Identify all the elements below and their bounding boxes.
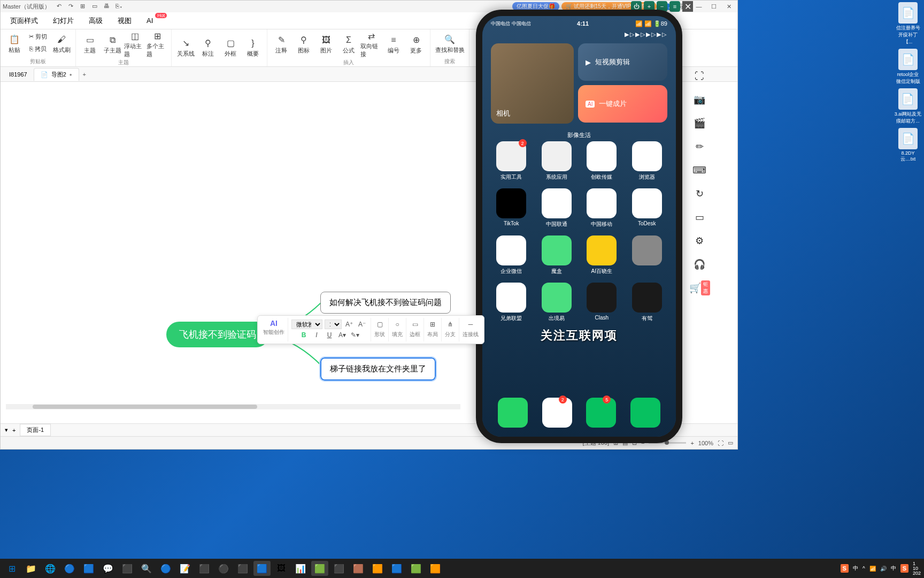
ft-border[interactable]: ▭边框 <box>406 318 424 341</box>
dock-phone-icon[interactable] <box>498 398 528 428</box>
tb-app4-icon[interactable]: 🔵 <box>157 561 174 576</box>
tray-wifi-icon[interactable]: 📶 <box>869 566 876 572</box>
tb-app16-icon[interactable]: 🟩 <box>407 561 425 576</box>
subtopic-button[interactable]: ⧉子主题 <box>102 31 123 58</box>
tb-app9-icon[interactable]: 🟦 <box>253 561 271 576</box>
phone-app-15[interactable]: 有驾 <box>627 283 668 322</box>
phone-app-14[interactable]: Clash <box>581 283 622 322</box>
maximize-icon[interactable]: ☐ <box>707 2 720 11</box>
copy-button[interactable]: ⎘拷贝 <box>26 43 50 55</box>
tab-2[interactable]: 📄 导图2 ● <box>34 68 79 81</box>
topic-button[interactable]: ▭主题 <box>79 31 101 58</box>
tb-app12-icon[interactable]: ⬛ <box>330 561 348 576</box>
paste-button[interactable]: 📋粘贴 <box>4 31 25 57</box>
ft-shape[interactable]: ▢形状 <box>371 318 389 341</box>
tb-app5-icon[interactable]: 📝 <box>176 561 194 576</box>
callout-button[interactable]: ⚲标注 <box>197 31 219 65</box>
phone-app-13[interactable]: 出境易 <box>536 283 578 322</box>
ime-indicator[interactable]: S <box>841 564 849 573</box>
tb-chrome-icon[interactable]: 🔵 <box>61 561 78 576</box>
ft-layout[interactable]: ⊞布局 <box>424 318 442 341</box>
start-button[interactable]: ⊞ <box>3 561 20 576</box>
headset-icon[interactable]: 🎧 <box>693 258 706 271</box>
phone-app-12[interactable]: 兄弟联盟 <box>491 283 532 322</box>
find-button[interactable]: 🔍查找和替换 <box>434 31 466 57</box>
phone-app-7[interactable]: ToDesk <box>627 188 668 228</box>
menu-slideshow[interactable]: 幻灯片 <box>45 13 81 28</box>
number-button[interactable]: ≡编号 <box>383 31 404 58</box>
undo-icon[interactable]: ↶ <box>57 3 64 10</box>
zoom-value[interactable]: 100% <box>698 440 713 446</box>
ft-fill[interactable]: ○填充 <box>389 318 406 341</box>
tb-app10-icon[interactable]: 🖼 <box>273 561 290 576</box>
phone-app-8[interactable]: 企业微信 <box>491 235 532 275</box>
highlight-button[interactable]: ✎▾ <box>350 330 360 340</box>
tray-up-icon[interactable]: ^ <box>863 566 865 572</box>
horizontal-scrollbar[interactable] <box>6 404 460 409</box>
open-icon[interactable]: ▭ <box>92 3 99 10</box>
video-edit-widget[interactable]: ▶短视频剪辑 <box>578 43 667 81</box>
camera-widget[interactable]: 相机 <box>491 43 574 124</box>
icon-button[interactable]: ⚲图标 <box>293 31 314 58</box>
add-tab-button[interactable]: + <box>79 71 90 78</box>
tb-app14-icon[interactable]: 🟧 <box>369 561 386 576</box>
phone-app-4[interactable]: TikTok <box>491 188 532 228</box>
decrease-font-icon[interactable]: A⁻ <box>357 319 367 330</box>
ime-lang[interactable]: 中 <box>853 565 858 572</box>
dock-wechat-icon[interactable]: 5 <box>586 398 616 428</box>
export-icon[interactable]: ⎘▾ <box>116 3 123 10</box>
tb-app13-icon[interactable]: 🟫 <box>350 561 367 576</box>
mindmap-center-node[interactable]: 飞机接不到验证码 <box>166 322 269 347</box>
menu-advanced[interactable]: 高级 <box>81 13 110 28</box>
phone-app-5[interactable]: 中国联通 <box>536 188 578 228</box>
font-color-button[interactable]: A▾ <box>337 330 348 340</box>
tray-volume-icon[interactable]: 🔊 <box>880 566 887 572</box>
relation-button[interactable]: ↘关系线 <box>175 31 196 65</box>
tb-app15-icon[interactable]: 🟦 <box>388 561 405 576</box>
save-icon[interactable]: ⊞ <box>80 3 88 10</box>
page-dropdown[interactable]: ▾ <box>5 427 8 434</box>
tray-lang-icon[interactable]: 中 <box>891 565 896 572</box>
tb-app6-icon[interactable]: ⬛ <box>196 561 213 576</box>
format-painter-button[interactable]: 🖌格式刷 <box>51 31 72 57</box>
expand-icon[interactable]: ⛶ <box>693 70 706 82</box>
screenshot-icon[interactable]: 📷 <box>693 93 706 106</box>
tb-app7-icon[interactable]: ⚫ <box>215 561 232 576</box>
phone-app-1[interactable]: 系统应用 <box>536 141 578 181</box>
cart-icon[interactable]: 🛒钜惠 <box>693 282 706 294</box>
phone-app-9[interactable]: 魔盒 <box>536 235 578 275</box>
phone-app-2[interactable]: 创欧传媒 <box>581 141 622 181</box>
print-icon[interactable]: 🖶 <box>104 3 111 10</box>
tb-mindmaster-icon[interactable]: 🟩 <box>311 561 328 576</box>
one-click-widget[interactable]: AI一键成片 <box>578 85 667 123</box>
tb-app2-icon[interactable]: ⬛ <box>119 561 136 576</box>
phone-app-10[interactable]: AI百晓生 <box>581 235 622 275</box>
record-icon[interactable]: 🎬 <box>693 117 706 130</box>
mindmap-node-2[interactable]: 梯子链接我放在文件夹里了 <box>320 358 436 381</box>
bilink-button[interactable]: ⇄双向链接 <box>360 31 382 58</box>
phone-close-icon[interactable]: ✕ <box>682 1 693 12</box>
zoom-in-button[interactable]: + <box>690 440 694 446</box>
bold-button[interactable]: B <box>298 330 309 340</box>
phone-menu-icon[interactable]: ≡ <box>669 1 680 12</box>
tb-edge-icon[interactable]: 🌐 <box>42 561 59 576</box>
more-button[interactable]: ⊕更多 <box>405 31 427 58</box>
menu-ai[interactable]: AI Hot <box>139 14 160 27</box>
select-icon[interactable]: ▭ <box>693 211 706 224</box>
redo-icon[interactable]: ↷ <box>68 3 76 10</box>
tb-app17-icon[interactable]: 🟧 <box>427 561 444 576</box>
image-button[interactable]: 🖼图片 <box>315 31 337 58</box>
tb-app8-icon[interactable]: ⬛ <box>234 561 251 576</box>
ime-indicator-2[interactable]: S <box>900 564 908 573</box>
font-size-select[interactable]: 14 <box>325 320 342 329</box>
close-icon[interactable]: ✕ <box>722 2 735 11</box>
rotate-icon[interactable]: ↻ <box>693 187 706 200</box>
desktop-icon-2[interactable]: 📄3.ai网站及无 痕邮箱方... <box>895 88 922 125</box>
tb-app11-icon[interactable]: 📊 <box>292 561 309 576</box>
desktop-icon-1[interactable]: 📄retool企业 微信定制版 <box>896 49 920 85</box>
settings-icon[interactable]: ⚙ <box>693 234 706 247</box>
tab-1[interactable]: I81967 <box>3 69 34 80</box>
menu-view[interactable]: 视图 <box>110 13 139 28</box>
menu-page-style[interactable]: 页面样式 <box>3 13 45 28</box>
ft-connector[interactable]: ─连接线 <box>459 318 482 341</box>
